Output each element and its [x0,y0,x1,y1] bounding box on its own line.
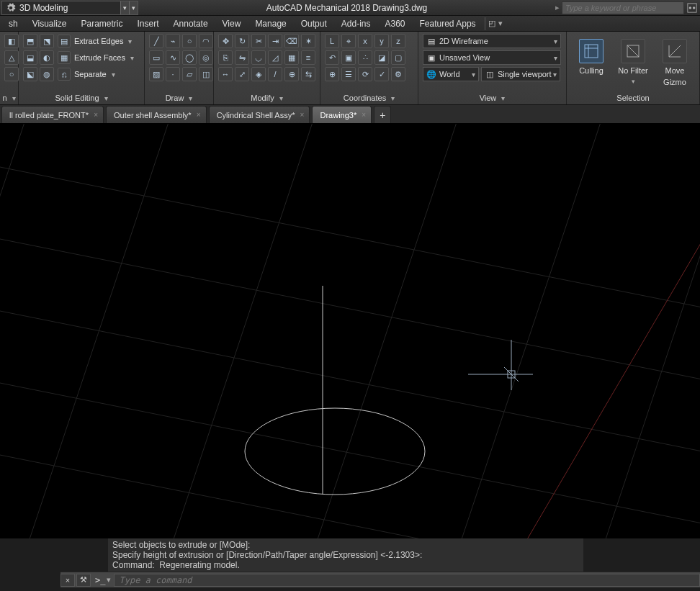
point-icon[interactable]: · [166,67,180,81]
donut-icon[interactable]: ◎ [199,50,213,65]
panel-title-modify[interactable]: Modify [218,91,315,104]
panel-title-draw[interactable]: Draw [149,91,209,104]
visual-style-select[interactable]: ▤ 2D Wireframe ▾ [423,34,561,48]
slice-icon[interactable]: ◐ [40,50,54,65]
join-icon[interactable]: ⊕ [284,67,299,81]
stretch-icon[interactable]: ↔ [218,67,233,81]
ucs-z-icon[interactable]: z [391,34,405,48]
thicken-icon[interactable]: ◍ [40,67,54,81]
region-icon[interactable]: ▱ [182,67,197,81]
move-gizmo-button[interactable]: Move Gizmo [658,35,692,91]
menu-item[interactable]: Visualize [25,17,74,31]
ucs-manage-icon[interactable]: ⚙ [391,67,405,81]
spline-icon[interactable]: ∿ [166,50,180,65]
arc-icon[interactable]: ◠ [199,34,213,48]
wipeout-icon[interactable]: ◫ [199,67,213,81]
expand-ribbon-arrow[interactable]: ▾ [498,19,503,28]
erase-icon[interactable]: ⌫ [284,34,299,48]
viewport-select[interactable]: ◫ Single viewport ▾ [481,67,560,81]
close-icon[interactable]: × [297,110,306,119]
command-input[interactable] [114,574,700,587]
polyline-icon[interactable]: ⌁ [166,34,180,48]
circle-icon[interactable]: ○ [182,34,197,48]
mesh-sphere-icon[interactable]: ○ [4,67,19,81]
expand-ribbon-icon[interactable]: ◰ [487,19,497,28]
scale-icon[interactable]: ⤢ [235,67,249,81]
menu-item[interactable]: Featured Apps [413,17,483,31]
model-viewport[interactable] [0,124,700,538]
new-tab-button[interactable]: + [374,106,391,123]
explode-icon[interactable]: ✶ [301,34,315,48]
doc-tab[interactable]: Outer shell Assembly*× [106,106,207,123]
ucs-face-icon[interactable]: ▣ [341,50,356,65]
workspace-switcher[interactable]: 3D Modeling ▾ ▾ [1,1,138,15]
doc-tab-active[interactable]: Drawing3*× [312,106,372,123]
culling-button[interactable]: Culling [574,35,609,91]
reverse-icon[interactable]: ⇆ [301,67,315,81]
close-icon[interactable]: × [194,110,203,119]
ucs-rotate-icon[interactable]: ⟳ [358,67,372,81]
doc-tab[interactable]: ll rolled plate_FRONT*× [1,106,104,123]
menu-item[interactable]: Output [294,17,334,31]
ucs-origin-icon[interactable]: ⌖ [341,34,356,48]
mesh-cone-icon[interactable]: △ [4,50,19,65]
extrude-faces-button[interactable]: ▦Extrude Faces [56,50,135,65]
separate-button[interactable]: ⎌Separate [56,67,117,81]
chamfer-icon[interactable]: ◿ [268,50,282,65]
ucs-object-icon[interactable]: ◪ [374,50,389,65]
workspace-menu-arrow[interactable]: ▾ [129,1,138,14]
ucs-apply-icon[interactable]: ✓ [374,67,389,81]
doc-tab[interactable]: Cylindrical Shell Assy*× [209,106,310,123]
infocenter-icon[interactable] [684,3,700,13]
panel-title-view[interactable]: View [423,91,562,104]
command-dropdown-icon[interactable]: ▾ [107,575,111,585]
view-name-select[interactable]: ▣ Unsaved View ▾ [423,50,561,65]
menu-item[interactable]: Parametric [74,17,130,31]
command-close-icon[interactable]: × [60,574,75,587]
panel-title-solid-editing[interactable]: Solid Editing [23,91,140,104]
break-icon[interactable]: / [268,67,282,81]
no-filter-button[interactable]: No Filter ▾ [616,35,650,91]
line-icon[interactable]: ╱ [149,34,163,48]
menu-item[interactable]: Annotate [166,17,215,31]
menu-item[interactable]: Manage [248,17,293,31]
menu-item[interactable]: Insert [130,17,166,31]
ucs-x-icon[interactable]: x [358,34,372,48]
close-icon[interactable]: × [359,110,368,119]
mesh-box-icon[interactable]: ◧ [4,34,19,48]
hatch-icon[interactable]: ▨ [149,67,163,81]
rectangle-icon[interactable]: ▭ [149,50,163,65]
intersect-icon[interactable]: ⬕ [23,67,37,81]
workspace-dropdown-arrow[interactable]: ▾ [120,1,129,14]
ucs-icon[interactable]: L [325,34,339,48]
fillet-icon[interactable]: ◡ [251,50,266,65]
ucs-y-icon[interactable]: y [374,34,389,48]
ucs-select[interactable]: 🌐 World ▾ [423,67,479,81]
panel-title-coordinates[interactable]: Coordinates [325,91,413,104]
offset-icon[interactable]: ◈ [251,67,266,81]
union-icon[interactable]: ⬒ [23,34,37,48]
menu-item[interactable]: View [215,17,248,31]
ucs-world-icon[interactable]: ⊕ [325,67,339,81]
array-icon[interactable]: ▦ [284,50,299,65]
menu-item[interactable]: sh [1,17,25,31]
help-search-input[interactable] [562,1,684,14]
command-customize-icon[interactable]: ⚒ [76,574,91,587]
extract-edges-button[interactable]: ▤Extract Edges [56,34,133,48]
menu-item[interactable]: A360 [377,17,412,31]
ucs-view-icon[interactable]: ▢ [391,50,405,65]
interfere-icon[interactable]: ⬔ [40,34,54,48]
ucs-named-icon[interactable]: ☰ [341,67,356,81]
rotate-icon[interactable]: ↻ [235,34,249,48]
align-icon[interactable]: ≡ [301,50,315,65]
subtract-icon[interactable]: ⬓ [23,50,37,65]
trim-icon[interactable]: ✂ [251,34,266,48]
mirror-icon[interactable]: ⇋ [235,50,249,65]
close-icon[interactable]: × [91,110,100,119]
ucs-3point-icon[interactable]: ∴ [358,50,372,65]
copy-icon[interactable]: ⎘ [218,50,233,65]
menu-item[interactable]: Add-ins [334,17,378,31]
ellipse-icon[interactable]: ◯ [182,50,197,65]
move-icon[interactable]: ✥ [218,34,233,48]
extend-icon[interactable]: ⇥ [268,34,282,48]
